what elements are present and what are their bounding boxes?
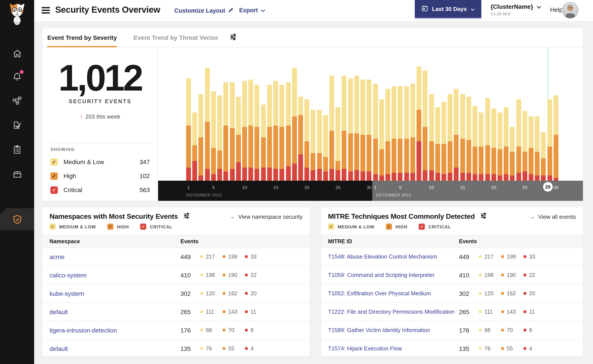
severity-checkbox-medium[interactable]: ✓	[328, 224, 334, 230]
severity-checkbox-critical[interactable]: ✓	[419, 224, 425, 230]
chart-bar[interactable]	[454, 89, 459, 181]
chart-bar[interactable]	[504, 107, 508, 181]
row-link[interactable]: tigera-intrusion-detection	[49, 327, 180, 334]
sidebar-item-security-events[interactable]	[0, 208, 34, 230]
severity-checkbox-high[interactable]: ✓	[50, 172, 58, 180]
chart-bar[interactable]	[336, 107, 340, 181]
chart-bar[interactable]	[466, 97, 471, 181]
chart-bar[interactable]	[435, 107, 440, 181]
chart-bar[interactable]	[248, 80, 253, 181]
chart-bar[interactable]	[217, 95, 222, 181]
chart-bar[interactable]	[547, 99, 552, 181]
sliders-icon[interactable]	[230, 33, 237, 42]
chart-bar[interactable]	[498, 112, 502, 181]
chart-bar[interactable]	[304, 99, 309, 181]
severity-checkbox-medium[interactable]: ✓	[49, 224, 56, 230]
chart-bar[interactable]	[541, 132, 546, 181]
sidebar-item-alerts[interactable]	[0, 66, 34, 86]
chart-bar[interactable]	[553, 95, 558, 181]
chart-bar[interactable]	[199, 94, 203, 181]
chart-bar[interactable]	[354, 76, 359, 181]
chart-bar[interactable]	[192, 112, 197, 181]
row-link[interactable]: acme	[49, 253, 180, 260]
chart-bar[interactable]	[510, 127, 515, 181]
chart-bar[interactable]	[485, 98, 490, 181]
sidebar-item-service-graph[interactable]	[0, 91, 34, 110]
chart-bar[interactable]	[298, 97, 303, 181]
chart-bar[interactable]	[242, 81, 247, 181]
row-link[interactable]: T1222: File and Directory Permissions Mo…	[328, 308, 459, 315]
row-link[interactable]: default	[49, 308, 180, 315]
row-link[interactable]: T1548: Abuse Elevation Control Mechanism	[328, 253, 459, 260]
chart-bar[interactable]	[448, 94, 453, 181]
chart-bar[interactable]	[230, 82, 234, 181]
row-link[interactable]: T1059: Command and Scripting Interpreter	[328, 272, 459, 278]
chart-bar[interactable]	[292, 68, 297, 181]
chart-bar[interactable]	[529, 116, 533, 181]
cluster-selector[interactable]: {ClusterName} V1.26 AKS	[491, 3, 541, 16]
chart-bar[interactable]	[311, 110, 316, 181]
hamburger-menu-icon[interactable]	[42, 7, 50, 13]
sliders-icon[interactable]	[183, 213, 190, 221]
chart-bar[interactable]	[186, 78, 191, 181]
customize-layout-button[interactable]: Customize Layout	[174, 7, 234, 14]
chart-bar[interactable]	[491, 109, 496, 181]
severity-checkbox-critical[interactable]: ✓	[50, 186, 58, 194]
chart-axis[interactable]: NOVEMBER 2022 DECEMBER 2022 29 151015202…	[158, 181, 583, 201]
sidebar-item-compliance[interactable]	[0, 140, 34, 159]
chart-bar[interactable]	[379, 99, 384, 181]
chart-bar[interactable]	[211, 91, 216, 181]
severity-checkbox-high[interactable]: ✓	[107, 224, 113, 230]
chart-bar[interactable]	[373, 84, 378, 181]
chart-bar[interactable]	[441, 102, 446, 181]
chart-bar[interactable]	[417, 66, 421, 181]
selected-day-badge[interactable]: 29	[543, 182, 553, 192]
chart-bar[interactable]	[398, 86, 403, 181]
chart-bar[interactable]	[479, 112, 484, 181]
sidebar-item-home[interactable]	[0, 44, 34, 63]
chart-bar[interactable]	[317, 110, 322, 181]
tab-event-trend-by-threat-vector[interactable]: Event Trend by Threat Vector	[133, 28, 218, 47]
chart-bar[interactable]	[205, 68, 210, 181]
chart-bar[interactable]	[236, 97, 241, 181]
chart-bar[interactable]	[267, 85, 272, 181]
view-all-events-link[interactable]: → View all events	[529, 213, 576, 220]
chart-bar[interactable]	[255, 85, 260, 181]
chart-bar[interactable]	[280, 85, 285, 181]
chart-bar[interactable]	[516, 99, 521, 181]
export-button[interactable]: Export	[239, 7, 265, 13]
chart-bar[interactable]	[360, 80, 365, 181]
chart-bar[interactable]	[473, 106, 477, 181]
cat-logo-icon[interactable]	[7, 2, 27, 25]
chart-bar[interactable]	[460, 94, 465, 181]
tab-event-trend-by-severity[interactable]: Event Trend by Severity	[47, 28, 117, 47]
row-link[interactable]: default	[49, 345, 180, 352]
chart-bar[interactable]	[404, 86, 409, 181]
chart-bar[interactable]	[385, 89, 390, 181]
chart-bar[interactable]	[392, 86, 396, 181]
chart-bar[interactable]	[410, 84, 415, 181]
chart-bar[interactable]	[323, 115, 328, 181]
severity-checkbox-critical[interactable]: ✓	[140, 224, 147, 230]
row-link[interactable]: calico-system	[49, 272, 180, 279]
help-link[interactable]: Help	[550, 6, 563, 13]
sidebar-item-reports[interactable]	[0, 116, 34, 135]
chart-bar[interactable]	[348, 78, 353, 181]
severity-checkbox-high[interactable]: ✓	[386, 224, 392, 230]
chart-bar[interactable]	[224, 82, 228, 181]
date-range-button[interactable]: Last 30 Days	[415, 0, 481, 19]
chart-bar[interactable]	[522, 111, 527, 181]
chart-bar[interactable]	[535, 116, 540, 181]
chart-bar[interactable]	[286, 82, 291, 181]
row-link[interactable]: kube-system	[49, 290, 180, 297]
avatar[interactable]	[562, 2, 579, 18]
chart-bar[interactable]	[329, 76, 334, 181]
view-namespace-security-link[interactable]: → View namespace security	[229, 213, 303, 220]
chart-bar[interactable]	[429, 94, 434, 181]
chart-bar[interactable]	[273, 81, 278, 181]
chart-bar[interactable]	[423, 71, 428, 181]
sliders-icon[interactable]	[480, 213, 487, 221]
row-link[interactable]: T1052: Exfiltration Over Physical Medium	[328, 290, 459, 297]
chart-bar[interactable]	[261, 104, 266, 181]
chart-bar[interactable]	[367, 80, 372, 181]
